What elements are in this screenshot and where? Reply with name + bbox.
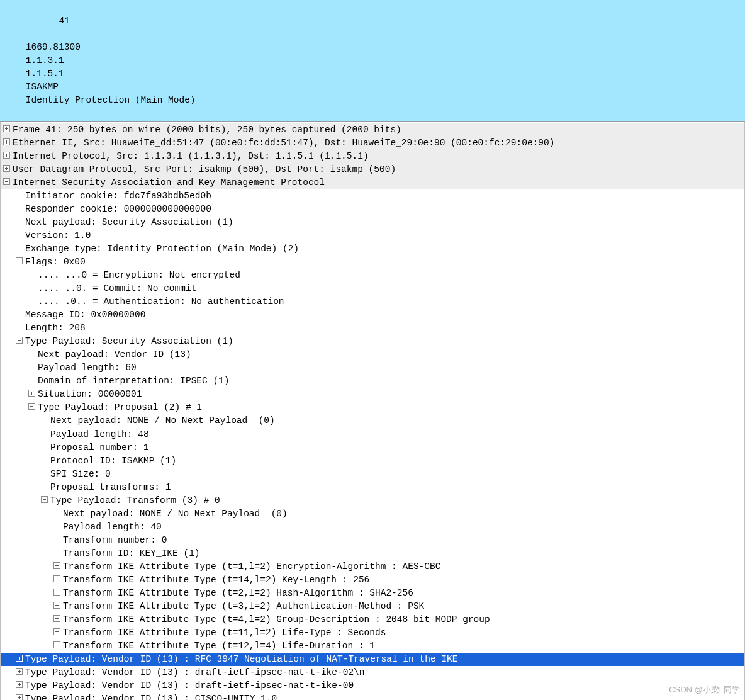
- watermark: CSDN @小梁L同学: [669, 684, 740, 696]
- tree-isakmp[interactable]: Internet Security Association and Key Ma…: [1, 176, 744, 189]
- col-dst: 1.1.5.1: [26, 67, 108, 81]
- collapse-icon[interactable]: [41, 496, 48, 503]
- expand-icon[interactable]: [53, 641, 60, 648]
- tree-ip[interactable]: Internet Protocol, Src: 1.1.3.1 (1.1.3.1…: [1, 150, 744, 163]
- xf-payload-length[interactable]: Payload length: 40: [1, 521, 744, 534]
- expand-icon[interactable]: [16, 655, 23, 662]
- col-src: 1.1.3.1: [26, 54, 101, 67]
- collapse-icon[interactable]: [28, 403, 35, 410]
- tree-vendor-id[interactable]: Type Payload: Vendor ID (13) : CISCO-UNI…: [1, 692, 744, 700]
- expand-icon[interactable]: [53, 602, 60, 609]
- expand-icon[interactable]: [53, 615, 60, 622]
- tree-proposal[interactable]: Type Payload: Proposal (2) # 1: [1, 401, 744, 414]
- field-responder-cookie[interactable]: Responder cookie: 0000000000000000: [1, 203, 744, 216]
- field-next-payload[interactable]: Next payload: Security Association (1): [1, 216, 744, 229]
- tree-flags[interactable]: Flags: 0x00: [1, 256, 744, 269]
- field-message-id[interactable]: Message ID: 0x00000000: [1, 308, 744, 322]
- tree-vendor-id[interactable]: Type Payload: Vendor ID (13) : draft-iet…: [1, 666, 744, 679]
- expand-icon[interactable]: [16, 694, 23, 700]
- field-length[interactable]: Length: 208: [1, 322, 744, 335]
- xf-attr[interactable]: Transform IKE Attribute Type (t=11,l=2) …: [1, 626, 744, 640]
- xf-attr[interactable]: Transform IKE Attribute Type (t=2,l=2) H…: [1, 587, 744, 600]
- tree-ethernet[interactable]: Ethernet II, Src: HuaweiTe_dd:51:47 (00:…: [1, 137, 744, 150]
- expand-icon[interactable]: [3, 165, 10, 172]
- collapse-icon[interactable]: [16, 337, 23, 344]
- field-initiator-cookie[interactable]: Initiator cookie: fdc7fa93bdb5ed0b: [1, 189, 744, 203]
- sa-doi[interactable]: Domain of interpretation: IPSEC (1): [1, 375, 744, 388]
- col-proto: ISAKMP: [26, 81, 101, 94]
- sa-next-payload[interactable]: Next payload: Vendor ID (13): [1, 348, 744, 361]
- expand-icon[interactable]: [3, 138, 10, 145]
- field-exchange-type[interactable]: Exchange type: Identity Protection (Main…: [1, 242, 744, 256]
- xf-attr[interactable]: Transform IKE Attribute Type (t=1,l=2) E…: [1, 560, 744, 573]
- flag-commit[interactable]: .... ..0. = Commit: No commit: [1, 282, 744, 295]
- prop-protocol-id[interactable]: Protocol ID: ISAKMP (1): [1, 454, 744, 468]
- collapse-icon[interactable]: [3, 178, 10, 185]
- tree-sa[interactable]: Type Payload: Security Association (1): [1, 335, 744, 348]
- xf-id[interactable]: Transform ID: KEY_IKE (1): [1, 547, 744, 560]
- tree-vendor-id-selected[interactable]: Type Payload: Vendor ID (13) : RFC 3947 …: [1, 653, 744, 666]
- prop-spi-size[interactable]: SPI Size: 0: [1, 468, 744, 481]
- tree-frame[interactable]: Frame 41: 250 bytes on wire (2000 bits),…: [1, 123, 744, 137]
- expand-icon[interactable]: [53, 562, 60, 569]
- xf-attr[interactable]: Transform IKE Attribute Type (t=12,l=4) …: [1, 640, 744, 653]
- field-version[interactable]: Version: 1.0: [1, 229, 744, 242]
- expand-icon[interactable]: [3, 125, 10, 132]
- tree-situation[interactable]: Situation: 00000001: [1, 388, 744, 401]
- tree-udp[interactable]: User Datagram Protocol, Src Port: isakmp…: [1, 163, 744, 176]
- flag-encryption[interactable]: .... ...0 = Encryption: Not encrypted: [1, 269, 744, 282]
- xf-attr[interactable]: Transform IKE Attribute Type (t=4,l=2) G…: [1, 613, 744, 626]
- expand-icon[interactable]: [53, 589, 60, 596]
- col-info: Identity Protection (Main Mode): [26, 94, 196, 107]
- packet-row[interactable]: 41 1669.81300 1.1.3.1 1.1.5.1 ISAKMP Ide…: [0, 1, 745, 120]
- expand-icon[interactable]: [16, 681, 23, 688]
- xf-attr[interactable]: Transform IKE Attribute Type (t=3,l=2) A…: [1, 600, 744, 613]
- prop-transforms[interactable]: Proposal transforms: 1: [1, 481, 744, 494]
- col-no: 41: [26, 14, 70, 28]
- expand-icon[interactable]: [3, 152, 10, 159]
- tree-transform[interactable]: Type Payload: Transform (3) # 0: [1, 494, 744, 507]
- expand-icon[interactable]: [53, 628, 60, 635]
- col-time: 1669.81300: [26, 41, 89, 54]
- sa-payload-length[interactable]: Payload length: 60: [1, 361, 744, 375]
- prop-number[interactable]: Proposal number: 1: [1, 441, 744, 454]
- packet-details[interactable]: Frame 41: 250 bytes on wire (2000 bits),…: [0, 122, 745, 700]
- tree-vendor-id[interactable]: Type Payload: Vendor ID (13) : draft-iet…: [1, 679, 744, 692]
- xf-next-payload[interactable]: Next payload: NONE / No Next Payload (0): [1, 507, 744, 521]
- expand-icon[interactable]: [28, 390, 35, 397]
- prop-next-payload[interactable]: Next payload: NONE / No Next Payload (0): [1, 414, 744, 427]
- prop-payload-length[interactable]: Payload length: 48: [1, 428, 744, 441]
- xf-attr[interactable]: Transform IKE Attribute Type (t=14,l=2) …: [1, 573, 744, 587]
- xf-number[interactable]: Transform number: 0: [1, 534, 744, 547]
- expand-icon[interactable]: [16, 668, 23, 675]
- expand-icon[interactable]: [53, 575, 60, 582]
- packet-list[interactable]: 41 1669.81300 1.1.3.1 1.1.5.1 ISAKMP Ide…: [0, 0, 745, 122]
- collapse-icon[interactable]: [16, 257, 23, 264]
- flag-auth[interactable]: .... .0.. = Authentication: No authentic…: [1, 295, 744, 308]
